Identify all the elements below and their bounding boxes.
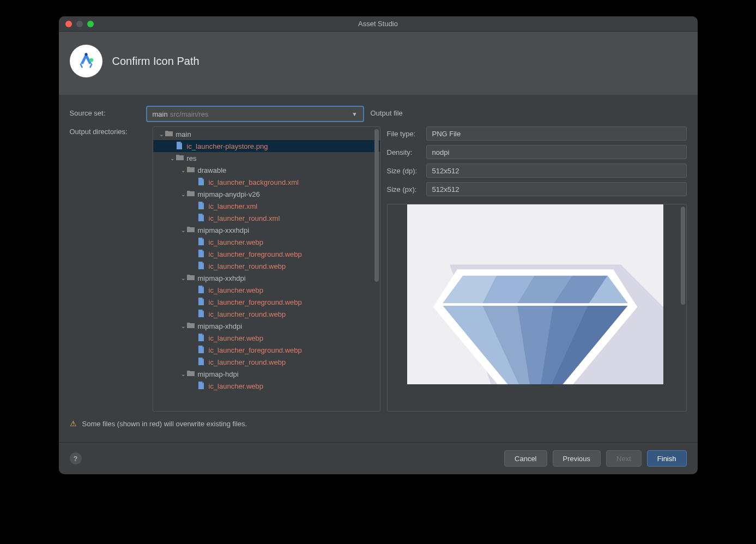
folder-icon <box>187 226 196 234</box>
next-button: Next <box>606 450 642 467</box>
tree-item[interactable]: ic_launcher.webp <box>153 332 380 344</box>
source-set-dropdown[interactable]: main src/main/res ▼ <box>146 106 364 122</box>
tree-item[interactable]: ⌄mipmap-anydpi-v26 <box>153 188 380 200</box>
file-type-label: File type: <box>387 130 426 138</box>
tree-item[interactable]: ic_launcher_foreground.webp <box>153 344 380 356</box>
android-studio-logo-icon <box>70 45 102 77</box>
folder-icon <box>176 154 185 162</box>
tree-scrollbar[interactable] <box>374 129 379 336</box>
tree-item[interactable]: ic_launcher_round.webp <box>153 308 380 320</box>
folder-icon <box>187 274 196 282</box>
tree-item-name: ic_launcher_round.webp <box>209 358 286 366</box>
tree-item[interactable]: ⌄main <box>153 128 380 140</box>
finish-button[interactable]: Finish <box>647 450 687 467</box>
previous-button[interactable]: Previous <box>553 450 601 467</box>
tree-item-name: main <box>176 130 191 138</box>
folder-icon <box>187 370 196 378</box>
warning-icon: ⚠ <box>70 419 77 428</box>
folder-icon <box>187 166 196 174</box>
folder-icon <box>165 130 174 138</box>
tree-item[interactable]: ic_launcher_round.xml <box>153 212 380 224</box>
tree-item[interactable]: ⌄mipmap-xxhdpi <box>153 272 380 284</box>
tree-item[interactable]: ic_launcher_foreground.webp <box>153 296 380 308</box>
dialog-header: Confirm Icon Path <box>59 32 698 95</box>
file-icon <box>198 382 207 391</box>
output-directories-tree[interactable]: ⌄mainic_launcher-playstore.png⌄res⌄drawa… <box>153 126 380 412</box>
svg-point-1 <box>89 58 93 62</box>
output-file-section-label: Output file <box>371 106 687 117</box>
tree-item-name: ic_launcher_round.xml <box>209 214 280 222</box>
tree-item-name: mipmap-xhdpi <box>198 322 243 330</box>
tree-item[interactable]: ic_launcher.webp <box>153 284 380 296</box>
file-icon <box>198 298 207 307</box>
help-button[interactable]: ? <box>70 452 82 464</box>
tree-item-name: drawable <box>198 166 227 174</box>
size-dp-label: Size (dp): <box>387 167 426 175</box>
tree-item[interactable]: ic_launcher.xml <box>153 200 380 212</box>
icon-preview-image <box>407 204 663 384</box>
chevron-down-icon[interactable]: ⌄ <box>158 131 165 137</box>
size-px-label: Size (px): <box>387 185 426 194</box>
tree-item[interactable]: ⌄drawable <box>153 164 380 176</box>
tree-item-name: res <box>187 154 197 162</box>
tree-item[interactable]: ic_launcher_background.xml <box>153 176 380 188</box>
file-icon <box>198 250 207 259</box>
tree-item-name: ic_launcher_round.webp <box>209 310 286 318</box>
file-icon <box>198 238 207 247</box>
tree-item-name: mipmap-xxhdpi <box>198 274 246 282</box>
tree-item[interactable]: ic_launcher_round.webp <box>153 260 380 272</box>
tree-item[interactable]: ic_launcher_round.webp <box>153 356 380 368</box>
chevron-down-icon[interactable]: ⌄ <box>179 323 187 329</box>
chevron-down-icon[interactable]: ⌄ <box>179 227 187 233</box>
dialog-footer: ? Cancel Previous Next Finish <box>59 442 698 474</box>
tree-item-name: ic_launcher.webp <box>209 286 263 294</box>
tree-item-name: ic_launcher_foreground.webp <box>209 346 302 354</box>
tree-item-name: ic_launcher_foreground.webp <box>209 298 302 306</box>
source-set-value: main <box>153 110 168 118</box>
tree-item-name: ic_launcher.xml <box>209 202 258 210</box>
file-icon <box>198 358 207 367</box>
chevron-down-icon[interactable]: ⌄ <box>179 275 187 281</box>
chevron-down-icon[interactable]: ⌄ <box>168 155 176 161</box>
file-icon <box>198 286 207 295</box>
tree-item-name: ic_launcher.webp <box>209 334 263 342</box>
tree-item-name: ic_launcher_background.xml <box>209 178 299 186</box>
window-title: Asset Studio <box>59 20 698 28</box>
overwrite-warning: ⚠ Some files (shown in red) will overwri… <box>70 416 687 431</box>
chevron-down-icon[interactable]: ⌄ <box>179 167 187 173</box>
cancel-button[interactable]: Cancel <box>504 450 547 467</box>
tree-item[interactable]: ⌄mipmap-xhdpi <box>153 320 380 332</box>
chevron-down-icon[interactable]: ⌄ <box>179 371 187 377</box>
folder-icon <box>187 190 196 198</box>
output-file-panel: File type: PNG File Density: nodpi Size … <box>387 126 687 412</box>
dialog-window: Asset Studio Confirm Icon Path Source se… <box>59 16 698 474</box>
tree-item[interactable]: ic_launcher.webp <box>153 236 380 248</box>
density-value: nodpi <box>426 145 687 159</box>
svg-point-0 <box>84 53 87 56</box>
file-icon <box>176 142 185 151</box>
file-icon <box>198 334 207 343</box>
tree-item[interactable]: ⌄mipmap-hdpi <box>153 368 380 380</box>
preview-scrollbar[interactable] <box>681 207 685 348</box>
tree-item[interactable]: ⌄mipmap-xxxhdpi <box>153 224 380 236</box>
tree-item-name: mipmap-hdpi <box>198 370 239 378</box>
tree-item-name: ic_launcher-playstore.png <box>187 142 268 150</box>
folder-icon <box>187 322 196 330</box>
titlebar: Asset Studio <box>59 16 698 32</box>
tree-item[interactable]: ⌄res <box>153 152 380 164</box>
tree-item-name: mipmap-xxxhdpi <box>198 226 250 234</box>
tree-item[interactable]: ic_launcher.webp <box>153 380 380 392</box>
file-icon <box>198 178 207 187</box>
tree-item[interactable]: ic_launcher-playstore.png <box>153 140 380 152</box>
chevron-down-icon: ▼ <box>352 111 358 117</box>
icon-preview-panel <box>387 204 687 412</box>
warning-text: Some files (shown in red) will overwrite… <box>82 420 247 428</box>
tree-item-name: mipmap-anydpi-v26 <box>198 190 260 198</box>
size-px-value: 512x512 <box>426 182 687 196</box>
source-set-path: src/main/res <box>170 110 209 118</box>
tree-item-name: ic_launcher.webp <box>209 238 263 246</box>
size-dp-value: 512x512 <box>426 164 687 178</box>
tree-item-name: ic_launcher_foreground.webp <box>209 250 302 258</box>
tree-item[interactable]: ic_launcher_foreground.webp <box>153 248 380 260</box>
chevron-down-icon[interactable]: ⌄ <box>179 191 187 197</box>
